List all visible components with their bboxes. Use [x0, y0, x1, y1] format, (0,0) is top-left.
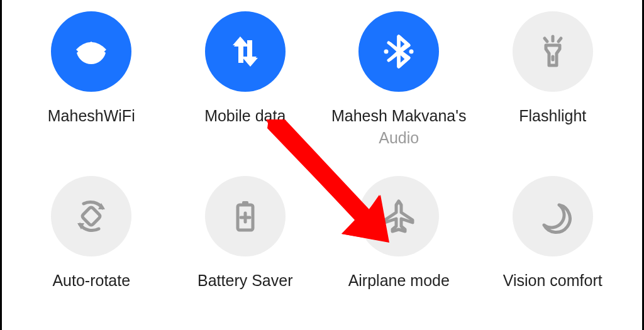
- vision-comfort-toggle[interactable]: [513, 176, 593, 256]
- battery-saver-label: Battery Saver: [197, 272, 292, 290]
- svg-rect-19: [242, 201, 248, 205]
- svg-point-10: [409, 50, 414, 54]
- mobile-data-icon: [226, 33, 264, 70]
- flashlight-icon: [534, 33, 572, 70]
- tile-battery-saver[interactable]: Battery Saver: [169, 170, 323, 328]
- tile-bluetooth[interactable]: Mahesh Makvana's Audio: [322, 11, 476, 170]
- bluetooth-label: Mahesh Makvana's: [331, 107, 467, 125]
- airplane-mode-label: Airplane mode: [348, 272, 450, 290]
- tile-wifi[interactable]: MaheshWiFi: [14, 11, 169, 170]
- tile-vision-comfort[interactable]: Vision comfort: [476, 170, 630, 328]
- battery-saver-icon: [226, 197, 264, 235]
- auto-rotate-icon: [72, 197, 111, 236]
- airplane-mode-toggle[interactable]: [358, 176, 439, 256]
- svg-marker-8: [243, 58, 258, 67]
- svg-rect-7: [248, 40, 252, 60]
- tile-mobile-data[interactable]: Mobile data: [169, 11, 323, 170]
- wifi-icon: [71, 31, 111, 72]
- svg-point-9: [384, 50, 389, 54]
- tile-airplane-mode[interactable]: Airplane mode: [322, 170, 476, 328]
- mobile-data-label: Mobile data: [204, 107, 286, 125]
- wifi-label: MaheshWiFi: [48, 107, 135, 125]
- vision-comfort-label: Vision comfort: [503, 272, 602, 290]
- auto-rotate-toggle[interactable]: [51, 176, 131, 256]
- auto-rotate-label: Auto-rotate: [52, 272, 130, 290]
- quick-settings-panel: { "tiles": { "wifi": {"label": "MaheshWi…: [0, 0, 644, 330]
- svg-rect-5: [238, 43, 242, 63]
- bluetooth-sublabel: Audio: [379, 129, 419, 147]
- flashlight-toggle[interactable]: [513, 11, 593, 92]
- svg-line-14: [558, 38, 561, 41]
- flashlight-label: Flashlight: [519, 107, 586, 125]
- svg-marker-6: [233, 36, 248, 45]
- vision-comfort-icon: [534, 197, 572, 235]
- mobile-data-toggle[interactable]: [205, 11, 286, 92]
- bluetooth-toggle[interactable]: [358, 11, 439, 92]
- battery-saver-toggle[interactable]: [205, 176, 286, 256]
- tile-flashlight[interactable]: Flashlight: [476, 11, 630, 170]
- tile-auto-rotate[interactable]: Auto-rotate: [14, 170, 169, 328]
- airplane-icon: [380, 197, 418, 235]
- bluetooth-icon: [380, 33, 418, 70]
- wifi-toggle[interactable]: [51, 11, 131, 92]
- svg-line-13: [545, 38, 547, 41]
- svg-rect-15: [82, 206, 101, 226]
